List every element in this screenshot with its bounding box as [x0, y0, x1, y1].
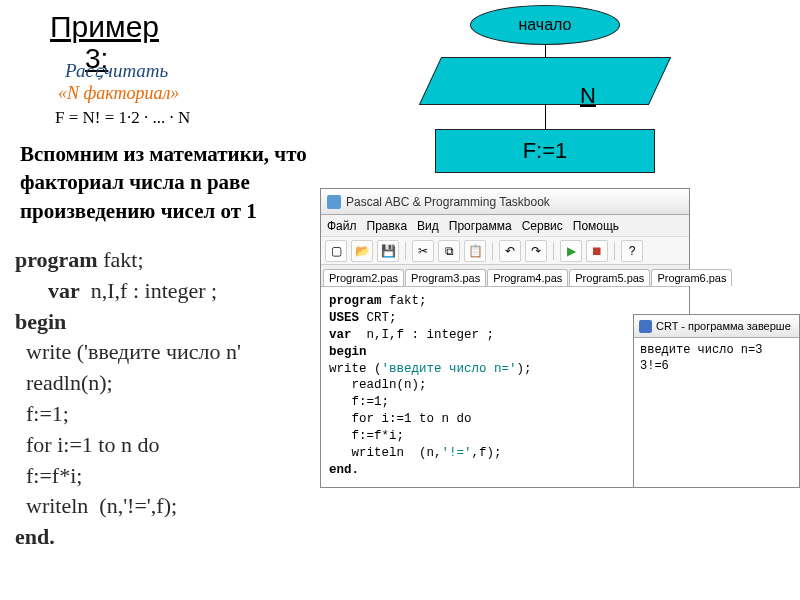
source-line: begin [15, 307, 241, 338]
ide-menubar[interactable]: ФайлПравкаВидПрограммаСервисПомощь [321, 215, 689, 237]
reminder-line2: факториал числа n раве [20, 170, 250, 194]
source-line: for i:=1 to n do [15, 430, 241, 461]
crt-title-text: CRT - программа заверше [656, 320, 791, 332]
crt-icon [639, 320, 652, 333]
editor-tab[interactable]: Program2.pas [323, 269, 404, 286]
editor-tab[interactable]: Program5.pas [569, 269, 650, 286]
editor-tab[interactable]: Program6.pas [651, 269, 732, 286]
crt-line: введите число n=3 [640, 343, 793, 359]
menu-item[interactable]: Программа [449, 219, 512, 233]
crt-titlebar: CRT - программа заверше [634, 315, 799, 338]
ide-title-text: Pascal ABC & Programming Taskbook [346, 195, 550, 209]
code-line: USES CRT; [329, 310, 681, 327]
ide-toolbar[interactable]: ▢📂💾✂⧉📋↶↷▶⏹? [321, 237, 689, 265]
source-line: write ('введите число n' [15, 337, 241, 368]
source-line: readln(n); [15, 368, 241, 399]
factorial-formula: F = N! = 1·2 · ... · N [55, 108, 190, 128]
toolbar-separator [553, 242, 554, 260]
source-line: f:=1; [15, 399, 241, 430]
source-line: var n,I,f : integer ; [15, 276, 241, 307]
flow-start: начало [470, 5, 620, 45]
math-reminder: Вспомним из математики, что факториал чи… [20, 140, 307, 225]
editor-tab[interactable]: Program4.pas [487, 269, 568, 286]
flow-assign: F:=1 [435, 129, 655, 173]
menu-item[interactable]: Сервис [522, 219, 563, 233]
code-line: end. [329, 462, 681, 479]
slide-title: Пример [50, 10, 159, 44]
menu-item[interactable]: Правка [367, 219, 408, 233]
cut-icon[interactable]: ✂ [412, 240, 434, 262]
pascal-source: program fakt; var n,I,f : integer ;begin… [15, 245, 241, 553]
reminder-line1: Вспомним из математики, что [20, 142, 307, 166]
flow-input-shape [419, 57, 671, 105]
paste-icon[interactable]: 📋 [464, 240, 486, 262]
ide-tabs[interactable]: Program2.pasProgram3.pasProgram4.pasProg… [321, 265, 689, 287]
open-icon[interactable]: 📂 [351, 240, 373, 262]
toolbar-separator [492, 242, 493, 260]
help-icon[interactable]: ? [621, 240, 643, 262]
stop-icon[interactable]: ⏹ [586, 240, 608, 262]
menu-item[interactable]: Вид [417, 219, 439, 233]
code-line: readln(n); [329, 377, 681, 394]
menu-item[interactable]: Помощь [573, 219, 619, 233]
crt-output-window: CRT - программа заверше введите число n=… [633, 314, 800, 488]
menu-item[interactable]: Файл [327, 219, 357, 233]
copy-icon[interactable]: ⧉ [438, 240, 460, 262]
code-line: program fakt; [329, 293, 681, 310]
toolbar-separator [614, 242, 615, 260]
undo-icon[interactable]: ↶ [499, 240, 521, 262]
code-line: f:=f*i; [329, 428, 681, 445]
redo-icon[interactable]: ↷ [525, 240, 547, 262]
save-icon[interactable]: 💾 [377, 240, 399, 262]
source-line: f:=f*i; [15, 461, 241, 492]
source-line: writeln (n,'!=',f); [15, 491, 241, 522]
flow-arrow [545, 45, 546, 57]
code-line: var n,I,f : integer ; [329, 327, 681, 344]
new-icon[interactable]: ▢ [325, 240, 347, 262]
code-line: write ('введите число n='); [329, 361, 681, 378]
task-target: «N факториал» [58, 83, 179, 104]
reminder-line3: произведению чисел от 1 [20, 199, 257, 223]
code-line: f:=1; [329, 394, 681, 411]
code-line: for i:=1 to n do [329, 411, 681, 428]
run-icon[interactable]: ▶ [560, 240, 582, 262]
source-line: end. [15, 522, 241, 553]
flow-input-label: N [580, 83, 596, 109]
task-verb: Расꞔчитать [65, 60, 168, 82]
code-line: begin [329, 344, 681, 361]
code-line: writeln (n,'!=',f); [329, 445, 681, 462]
source-line: program fakt; [15, 245, 241, 276]
flow-arrow [545, 105, 546, 129]
crt-body: введите число n=3 3!=6 [634, 338, 799, 379]
app-icon [327, 195, 341, 209]
editor-tab[interactable]: Program3.pas [405, 269, 486, 286]
crt-line: 3!=6 [640, 359, 793, 375]
toolbar-separator [405, 242, 406, 260]
ide-titlebar: Pascal ABC & Programming Taskbook [321, 189, 689, 215]
